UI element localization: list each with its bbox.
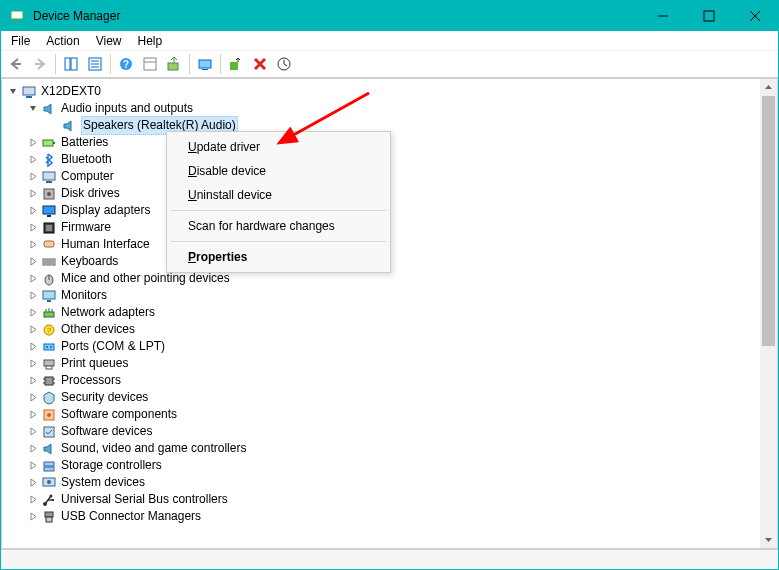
tree-category[interactable]: Security devices (8, 389, 771, 406)
expander-closed-icon[interactable] (28, 137, 39, 148)
tree-category[interactable]: Ports (COM & LPT) (8, 338, 771, 355)
disk-icon (41, 186, 57, 202)
computer-icon (41, 169, 57, 185)
minimize-button[interactable] (640, 1, 686, 31)
expander-closed-icon[interactable] (28, 307, 39, 318)
menubar: File Action View Help (1, 31, 778, 51)
expander-open-icon[interactable] (28, 103, 39, 114)
tree-category[interactable]: System devices (8, 474, 771, 491)
svg-rect-23 (23, 87, 35, 95)
enable-button[interactable] (224, 53, 248, 76)
menu-help[interactable]: Help (132, 32, 169, 50)
expander-closed-icon[interactable] (28, 375, 39, 386)
back-button[interactable] (4, 53, 28, 76)
expander-closed-icon[interactable] (28, 494, 39, 505)
detail-button[interactable] (138, 53, 162, 76)
other-icon: ? (41, 322, 57, 338)
scrollbar-thumb[interactable] (762, 96, 775, 346)
usb-connector-icon (41, 509, 57, 525)
scrollbar-vertical[interactable] (760, 79, 777, 548)
tree-category[interactable]: ?Other devices (8, 321, 771, 338)
tree-category[interactable]: USB Connector Managers (8, 508, 771, 525)
expander-closed-icon[interactable] (28, 409, 39, 420)
speaker-icon (41, 101, 57, 117)
expander-closed-icon[interactable] (28, 256, 39, 267)
tree-category[interactable]: Storage controllers (8, 457, 771, 474)
update-drivers-button[interactable] (162, 53, 186, 76)
tree-category[interactable]: Monitors (8, 287, 771, 304)
expander-closed-icon[interactable] (28, 392, 39, 403)
menu-file[interactable]: File (5, 32, 36, 50)
ctx-disable-device[interactable]: Disable device (170, 159, 387, 183)
cpu-icon (41, 373, 57, 389)
tree-category[interactable]: Software devices (8, 423, 771, 440)
show-hide-tree-button[interactable] (59, 53, 83, 76)
tree-category[interactable]: Universal Serial Bus controllers (8, 491, 771, 508)
tree-category[interactable]: Print queues (8, 355, 771, 372)
forward-button[interactable] (28, 53, 52, 76)
svg-text:?: ? (47, 326, 52, 335)
tree-label: Software components (61, 406, 177, 423)
expander-closed-icon[interactable] (28, 511, 39, 522)
expander-closed-icon[interactable] (28, 341, 39, 352)
computer-icon (21, 84, 37, 100)
display-icon (41, 203, 57, 219)
battery-icon (41, 135, 57, 151)
svg-point-50 (46, 346, 48, 348)
expander-closed-icon[interactable] (28, 290, 39, 301)
tree-category-audio[interactable]: Audio inputs and outputs (8, 100, 771, 117)
expander-closed-icon[interactable] (28, 205, 39, 216)
expander-closed-icon[interactable] (28, 273, 39, 284)
scroll-up-button[interactable] (760, 79, 777, 96)
menu-action[interactable]: Action (40, 32, 85, 50)
titlebar[interactable]: Device Manager (1, 1, 778, 31)
expander-closed-icon[interactable] (28, 222, 39, 233)
expander-open-icon[interactable] (8, 86, 19, 97)
menu-view[interactable]: View (90, 32, 128, 50)
expander-closed-icon[interactable] (28, 171, 39, 182)
svg-rect-35 (44, 241, 54, 247)
scan-button[interactable] (193, 53, 217, 76)
scroll-down-button[interactable] (760, 531, 777, 548)
scan-hardware-button[interactable] (272, 53, 296, 76)
expander-closed-icon[interactable] (28, 426, 39, 437)
ctx-properties[interactable]: Properties (170, 245, 387, 269)
software-icon (41, 407, 57, 423)
svg-rect-72 (46, 517, 52, 522)
properties-button[interactable] (83, 53, 107, 76)
tree-root[interactable]: X12DEXT0 (8, 83, 771, 100)
expander-closed-icon[interactable] (28, 239, 39, 250)
svg-rect-36 (43, 259, 55, 265)
svg-rect-9 (71, 58, 77, 70)
expander-closed-icon[interactable] (28, 477, 39, 488)
expander-closed-icon[interactable] (28, 188, 39, 199)
svg-point-65 (47, 480, 51, 484)
expander-closed-icon[interactable] (28, 460, 39, 471)
svg-rect-53 (46, 366, 52, 369)
expander-closed-icon[interactable] (28, 443, 39, 454)
help-button[interactable]: ? (114, 53, 138, 76)
svg-rect-18 (168, 63, 178, 70)
svg-rect-28 (46, 181, 52, 183)
tree-label: Sound, video and game controllers (61, 440, 246, 457)
maximize-button[interactable] (686, 1, 732, 31)
svg-point-51 (50, 346, 52, 348)
system-icon (41, 475, 57, 491)
ctx-update-driver[interactable]: Update driver (170, 135, 387, 159)
svg-rect-70 (52, 499, 54, 501)
tree-category[interactable]: Processors (8, 372, 771, 389)
svg-rect-1 (14, 20, 20, 22)
expander-closed-icon[interactable] (28, 154, 39, 165)
tree-category[interactable]: Sound, video and game controllers (8, 440, 771, 457)
expander-closed-icon[interactable] (28, 358, 39, 369)
ctx-uninstall-device[interactable]: Uninstall device (170, 183, 387, 207)
uninstall-button[interactable] (248, 53, 272, 76)
svg-rect-54 (45, 377, 53, 385)
svg-rect-19 (199, 60, 211, 68)
close-button[interactable] (732, 1, 778, 31)
expander-closed-icon[interactable] (28, 324, 39, 335)
tree-label: USB Connector Managers (61, 508, 201, 525)
tree-category[interactable]: Network adapters (8, 304, 771, 321)
ctx-scan-hardware[interactable]: Scan for hardware changes (170, 214, 387, 238)
tree-category[interactable]: Software components (8, 406, 771, 423)
